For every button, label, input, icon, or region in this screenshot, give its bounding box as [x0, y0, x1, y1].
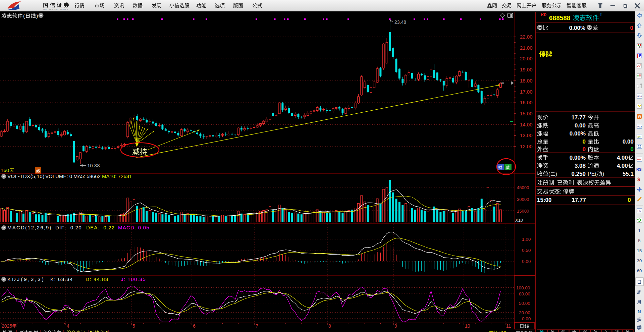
svg-text:0.00%: 0.00% [570, 130, 586, 137]
svg-text:160: 160 [1, 167, 9, 173]
svg-text:23.48: 23.48 [394, 19, 406, 25]
svg-text:0: 0 [583, 146, 586, 153]
svg-text:1: 1 [638, 228, 640, 233]
svg-text:21.00: 21.00 [520, 45, 533, 51]
svg-text:F10: F10 [637, 95, 642, 98]
svg-text:X10: X10 [515, 218, 523, 223]
svg-text:PE(: PE( [588, 171, 597, 177]
svg-text:9: 9 [394, 323, 397, 329]
svg-text:12.00: 12.00 [520, 144, 533, 149]
svg-text:KDJ(9,3,3): KDJ(9,3,3) [7, 276, 45, 282]
svg-text:): ) [36, 13, 38, 19]
svg-text:18.00: 18.00 [520, 78, 533, 84]
svg-text:50.00: 50.00 [519, 301, 530, 306]
svg-text:0.50: 0.50 [522, 248, 531, 253]
svg-text:MACD: 0.05: MACD: 0.05 [118, 225, 150, 230]
svg-text:17.77: 17.77 [571, 114, 586, 121]
svg-text:0.00%: 0.00% [570, 155, 586, 161]
svg-text:15: 15 [637, 248, 642, 253]
svg-text:100.00: 100.00 [516, 285, 530, 290]
svg-text:45000: 45000 [517, 185, 529, 190]
svg-text:f(x): f(x) [638, 135, 642, 138]
svg-text:F5: F5 [638, 209, 641, 213]
svg-text:0.00%: 0.00% [569, 25, 585, 31]
svg-text:20.00: 20.00 [519, 310, 530, 315]
svg-text:30000: 30000 [517, 197, 529, 202]
svg-text:10.38: 10.38 [87, 163, 100, 168]
svg-text:RSI: RSI [636, 167, 642, 171]
svg-text:5: 5 [132, 323, 135, 329]
svg-text:0: 0 [631, 146, 634, 153]
svg-text:11: 11 [506, 323, 511, 329]
svg-text:0: 0 [583, 139, 586, 145]
svg-text:T: T [600, 12, 602, 17]
svg-text:13.00: 13.00 [520, 132, 533, 138]
svg-text:MA5: 58662: MA5: 58662 [73, 173, 101, 179]
svg-text:4.00: 4.00 [617, 155, 628, 161]
svg-text:6: 6 [193, 323, 196, 329]
svg-text:DIF: -0.20: DIF: -0.20 [55, 225, 82, 230]
svg-text:5: 5 [638, 238, 640, 243]
svg-text:K: 63.34: K: 63.34 [50, 276, 73, 282]
svg-text:7: 7 [256, 323, 258, 329]
svg-text:17.00: 17.00 [520, 89, 533, 95]
svg-text:55.1: 55.1 [623, 171, 634, 177]
svg-text:(: ( [548, 171, 550, 177]
svg-text:(: ( [23, 13, 25, 19]
svg-text:MA10: 72631: MA10: 72631 [102, 173, 132, 179]
svg-text:0.00: 0.00 [522, 259, 531, 264]
svg-text:S: S [637, 177, 640, 182]
svg-text:16.00: 16.00 [520, 100, 533, 105]
svg-text:0: 0 [628, 197, 631, 203]
svg-text:0.250: 0.250 [571, 171, 586, 177]
svg-text:VOL-TDX(5,10): VOL-TDX(5,10) [7, 173, 45, 179]
svg-text:MACD(12,26,9): MACD(12,26,9) [7, 225, 52, 230]
svg-text:688588: 688588 [549, 14, 570, 21]
svg-text:KR: KR [541, 13, 547, 17]
svg-text:0.00: 0.00 [522, 316, 531, 321]
svg-text:D: 44.83: D: 44.83 [86, 276, 109, 282]
svg-text:VOLUME: 0: VOLUME: 0 [45, 173, 72, 179]
svg-text:60: 60 [637, 268, 642, 273]
svg-text:): ) [555, 171, 557, 177]
svg-text:DEA: -0.22: DEA: -0.22 [86, 225, 115, 230]
svg-text:14.00: 14.00 [520, 122, 533, 127]
svg-text:15.00: 15.00 [520, 111, 533, 116]
svg-text:0: 0 [630, 25, 633, 31]
svg-text:国证510: 国证510 [489, 330, 506, 332]
svg-text:20.00: 20.00 [520, 56, 533, 61]
svg-text:15:00: 15:00 [537, 197, 551, 203]
svg-text:17.77: 17.77 [572, 197, 586, 203]
svg-text:0.00: 0.00 [623, 139, 634, 145]
svg-text:30: 30 [637, 258, 642, 263]
svg-text:19.00: 19.00 [520, 67, 533, 72]
svg-text:10: 10 [465, 323, 470, 329]
svg-text:8: 8 [328, 323, 331, 329]
svg-text:): ) [602, 171, 604, 177]
svg-text:3.08: 3.08 [575, 163, 586, 169]
svg-text:N: N [638, 309, 641, 314]
svg-text:15000: 15000 [517, 209, 529, 214]
svg-text:0.00: 0.00 [575, 122, 586, 129]
svg-text:80.00: 80.00 [519, 291, 530, 296]
svg-text:F12: F12 [637, 125, 642, 128]
svg-text:4.00: 4.00 [617, 163, 628, 169]
svg-text:4: 4 [67, 323, 69, 329]
svg-text:22.00: 22.00 [520, 34, 533, 40]
svg-text:GUOSEN SECURITIES: GUOSEN SECURITIES [43, 8, 68, 10]
svg-text:J: 100.35: J: 100.35 [121, 276, 146, 282]
svg-text:1.00: 1.00 [522, 237, 531, 242]
svg-text::: : [560, 188, 561, 195]
svg-text:2025: 2025 [2, 323, 12, 329]
